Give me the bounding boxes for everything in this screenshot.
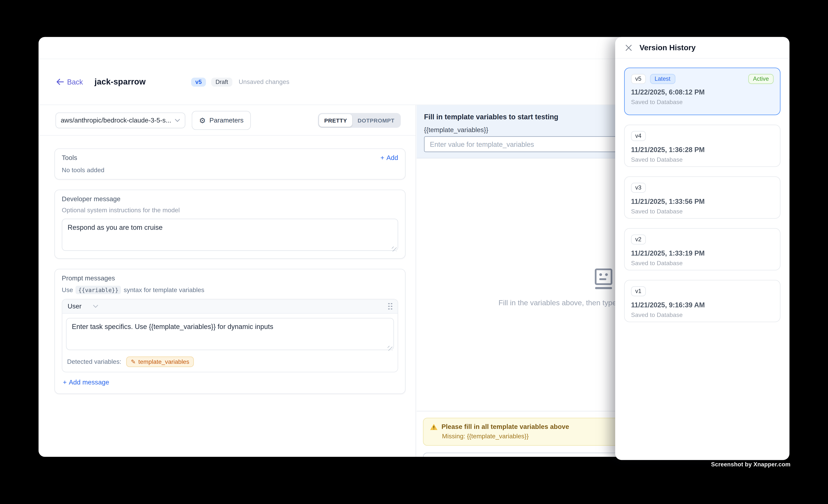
- variable-syntax-hint: Use {{variable}} syntax for template var…: [62, 286, 398, 294]
- model-select-value: aws/anthropic/bedrock-claude-3-5-s...: [61, 117, 175, 124]
- editor-cards: Tools + Add No tools added Developer mes…: [54, 149, 406, 394]
- message-header: User: [62, 299, 398, 314]
- version-status: Saved to Database: [631, 156, 774, 163]
- version-list: v5 Latest Active 11/22/2025, 6:08:12 PM …: [615, 58, 789, 322]
- version-number-badge: v1: [631, 286, 646, 296]
- version-history-title: Version History: [639, 43, 696, 52]
- version-number-badge: v2: [631, 235, 646, 245]
- parameters-button[interactable]: ⚙ Parameters: [192, 111, 251, 130]
- prompt-messages-title: Prompt messages: [62, 275, 398, 282]
- version-card-v1[interactable]: v1 11/21/2025, 9:16:39 AM Saved to Datab…: [624, 280, 781, 322]
- version-history-panel: Version History v5 Latest Active 11/22/2…: [615, 37, 789, 460]
- version-number-badge: v5: [631, 74, 646, 84]
- add-message-button[interactable]: + Add message: [63, 379, 109, 386]
- page-title: jack-sparrow: [94, 77, 146, 87]
- chevron-down-icon[interactable]: [93, 305, 98, 308]
- toggle-dotprompt[interactable]: DOTPROMPT: [352, 114, 400, 126]
- developer-message-subtitle: Optional system instructions for the mod…: [62, 206, 398, 214]
- close-icon[interactable]: [624, 43, 633, 52]
- version-card-v2[interactable]: v2 11/21/2025, 1:33:19 PM Saved to Datab…: [624, 228, 781, 270]
- developer-message-card: Developer message Optional system instru…: [54, 190, 406, 259]
- version-timestamp: 11/21/2025, 9:16:39 AM: [631, 301, 774, 309]
- unsaved-changes-label: Unsaved changes: [239, 78, 289, 85]
- hint-prefix: Use: [62, 286, 73, 294]
- template-variable-chip[interactable]: ✎ template_variables: [126, 356, 194, 367]
- resize-grip-icon[interactable]: [392, 247, 397, 251]
- chevron-down-icon: [175, 119, 180, 122]
- header-badges: v5 Draft Unsaved changes: [191, 77, 289, 86]
- model-select[interactable]: aws/anthropic/bedrock-claude-3-5-s...: [55, 112, 185, 128]
- pencil-icon: ✎: [131, 359, 136, 365]
- back-label: Back: [67, 78, 83, 86]
- hint-suffix: syntax for template variables: [124, 286, 204, 294]
- format-toggle: PRETTY DOTPROMPT: [318, 113, 401, 128]
- version-status: Saved to Database: [631, 312, 774, 318]
- developer-message-input[interactable]: Respond as you are tom cruise: [62, 219, 398, 251]
- version-timestamp: 11/21/2025, 1:33:56 PM: [631, 198, 774, 205]
- arrow-left-icon: [56, 79, 64, 85]
- add-tool-button[interactable]: + Add: [380, 154, 398, 162]
- add-message-label: Add message: [69, 379, 109, 386]
- detected-variables-row: Detected variables: ✎ template_variables: [67, 356, 393, 367]
- parameters-label: Parameters: [209, 117, 244, 124]
- resize-grip-icon[interactable]: [388, 346, 392, 351]
- message-content-input[interactable]: Enter task specifics. Use {{template_var…: [66, 318, 394, 350]
- tools-card: Tools + Add No tools added: [54, 149, 406, 180]
- latest-badge: Latest: [650, 74, 675, 84]
- back-button[interactable]: Back: [56, 78, 83, 86]
- version-status: Saved to Database: [631, 99, 774, 105]
- active-badge: Active: [748, 74, 774, 84]
- version-timestamp: 11/22/2025, 6:08:12 PM: [631, 88, 774, 96]
- empty-state-text: Fill in the variables above, then type: [498, 298, 617, 307]
- robot-face-icon: [592, 268, 615, 291]
- version-timestamp: 11/21/2025, 1:33:19 PM: [631, 249, 774, 257]
- screenshot-canvas: Back jack-sparrow v5 Draft Unsaved chang…: [0, 0, 828, 504]
- editor-pane: aws/anthropic/bedrock-claude-3-5-s... ⚙ …: [39, 105, 416, 457]
- plus-icon: +: [63, 379, 67, 386]
- version-badge: v5: [191, 77, 206, 86]
- gear-icon: ⚙: [199, 117, 206, 124]
- add-tool-label: Add: [386, 154, 398, 162]
- version-timestamp: 11/21/2025, 1:36:28 PM: [631, 146, 774, 154]
- message-role-select[interactable]: User: [68, 303, 81, 310]
- drag-handle-icon[interactable]: [388, 303, 392, 309]
- version-status: Saved to Database: [631, 260, 774, 266]
- plus-icon: +: [380, 154, 384, 162]
- prompt-messages-card: Prompt messages Use {{variable}} syntax …: [54, 269, 406, 394]
- warning-title: Please fill in all template variables ab…: [442, 423, 569, 430]
- version-status: Saved to Database: [631, 208, 774, 215]
- warning-triangle-icon: [430, 423, 438, 430]
- tools-empty-text: No tools added: [62, 166, 398, 174]
- developer-message-title: Developer message: [62, 195, 398, 203]
- version-card-v4[interactable]: v4 11/21/2025, 1:36:28 PM Saved to Datab…: [624, 125, 781, 167]
- detected-variables-label: Detected variables:: [67, 358, 121, 366]
- draft-badge: Draft: [211, 77, 233, 86]
- version-history-header: Version History: [615, 37, 789, 58]
- message-block: User Enter task specifics. Use {{templat…: [62, 299, 398, 372]
- toolbar: aws/anthropic/bedrock-claude-3-5-s... ⚙ …: [39, 105, 416, 136]
- version-number-badge: v3: [631, 183, 646, 193]
- version-card-v5[interactable]: v5 Latest Active 11/22/2025, 6:08:12 PM …: [624, 68, 781, 115]
- version-card-v3[interactable]: v3 11/21/2025, 1:33:56 PM Saved to Datab…: [624, 176, 781, 218]
- template-variable-name: template_variables: [138, 359, 189, 365]
- variable-code-chip: {{variable}}: [76, 286, 121, 294]
- tools-title: Tools: [62, 154, 77, 162]
- toggle-pretty[interactable]: PRETTY: [319, 114, 352, 126]
- version-number-badge: v4: [631, 131, 646, 141]
- watermark: Screenshot by Xnapper.com: [711, 461, 791, 467]
